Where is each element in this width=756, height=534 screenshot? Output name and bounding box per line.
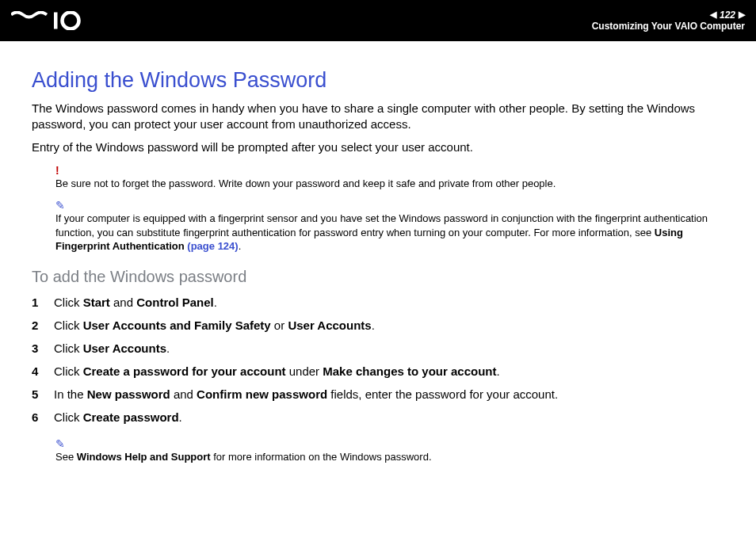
page-nav: ◀ 122 ▶ Customizing Your VAIO Computer [592, 10, 745, 32]
vaio-logo-svg [11, 11, 106, 30]
tip-note-1: ✎ If your computer is equipped with a fi… [55, 198, 724, 254]
next-page-arrow-icon[interactable]: ▶ [739, 10, 745, 20]
tip-1-tail: . [239, 240, 242, 252]
step-5: In the New password and Confirm new pass… [32, 386, 724, 402]
tip-2-text: See Windows Help and Support for more in… [55, 451, 432, 463]
step-2: Click User Accounts and Family Safety or… [32, 317, 724, 334]
prev-page-arrow-icon[interactable]: ◀ [710, 10, 716, 20]
intro-paragraph-2: Entry of the Windows password will be pr… [32, 139, 724, 155]
step-6: Click Create password. [32, 409, 724, 425]
steps-list: Click Start and Control Panel. Click Use… [32, 294, 724, 425]
pencil-icon: ✎ [55, 198, 724, 213]
svg-point-1 [63, 13, 79, 29]
tip-note-2: ✎ See Windows Help and Support for more … [55, 437, 724, 463]
page-title: Adding the Windows Password [32, 68, 724, 93]
header-bar: ◀ 122 ▶ Customizing Your VAIO Computer [0, 0, 756, 41]
intro-paragraph-1: The Windows password comes in handy when… [32, 101, 724, 133]
procedure-heading: To add the Windows password [32, 268, 724, 286]
page-number: 122 [720, 10, 735, 21]
page-124-link[interactable]: (page 124) [185, 240, 239, 252]
step-3: Click User Accounts. [32, 340, 724, 357]
tip-1-text: If your computer is equipped with a fing… [55, 212, 708, 252]
step-4: Click Create a password for your account… [32, 363, 724, 380]
breadcrumb: Customizing Your VAIO Computer [592, 21, 745, 32]
vaio-logo [11, 11, 106, 30]
page-number-row: ◀ 122 ▶ [710, 10, 745, 21]
svg-rect-0 [54, 13, 58, 29]
step-1: Click Start and Control Panel. [32, 294, 724, 311]
warning-text: Be sure not to forget the password. Writ… [55, 177, 556, 189]
page-content: Adding the Windows Password The Windows … [0, 41, 756, 463]
warning-note: ! Be sure not to forget the password. Wr… [55, 163, 724, 190]
pencil-icon: ✎ [55, 437, 724, 452]
warning-icon: ! [55, 163, 724, 178]
tip-1-a: If your computer is equipped with a fing… [55, 212, 708, 238]
